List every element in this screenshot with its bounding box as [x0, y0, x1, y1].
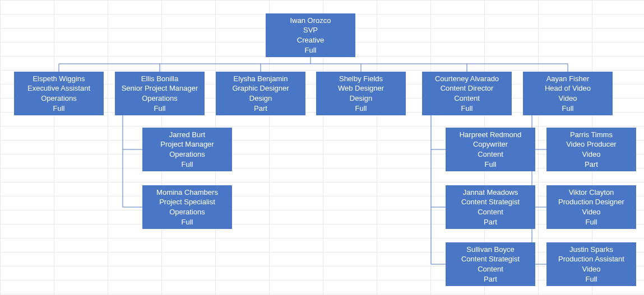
node-emp: Full — [586, 274, 597, 284]
node-name: Jarred Burt — [169, 130, 205, 140]
node-dept: Operations — [41, 93, 77, 104]
node-dept: Video — [582, 149, 600, 160]
node-dept: Video — [582, 207, 600, 217]
node-title: SVP — [303, 25, 318, 35]
node-dept: Design — [249, 93, 272, 104]
node-dept: Content — [478, 264, 503, 274]
node-title: Production Designer — [558, 197, 624, 207]
node-emp: Full — [182, 217, 193, 227]
org-node-ellis-bonilla[interactable]: Ellis Bonilla Senior Project Manager Ope… — [115, 72, 205, 115]
node-title: Content Strategist — [461, 197, 520, 207]
node-dept: Video — [558, 93, 577, 104]
node-emp: Part — [484, 274, 497, 284]
org-node-viktor-clayton[interactable]: Viktor Clayton Production Designer Video… — [546, 185, 636, 229]
node-dept: Creative — [297, 35, 324, 45]
node-dept: Content — [478, 207, 503, 217]
org-node-aayan-fisher[interactable]: Aayan Fisher Head of Video Video Full — [523, 72, 613, 115]
node-name: Shelby Fields — [339, 74, 383, 84]
node-dept: Operations — [169, 149, 205, 160]
org-node-root[interactable]: Iwan Orozco SVP Creative Full — [266, 13, 355, 57]
node-emp: Full — [485, 160, 497, 170]
node-name: Sullivan Boyce — [466, 245, 514, 255]
node-name: Courteney Alvarado — [435, 74, 499, 84]
node-title: Content Strategist — [461, 254, 520, 264]
node-title: Project Specialist — [159, 197, 215, 207]
org-node-elysha-benjamin[interactable]: Elysha Benjamin Graphic Designer Design … — [216, 72, 305, 115]
node-title: Head of Video — [545, 83, 591, 93]
node-emp: Part — [484, 217, 497, 227]
node-title: Executive Assistant — [27, 83, 90, 93]
node-title: Production Assistant — [558, 254, 624, 264]
node-name: Parris Timms — [570, 130, 613, 140]
org-node-elspeth-wiggins[interactable]: Elspeth Wiggins Executive Assistant Oper… — [14, 72, 104, 115]
node-name: Aayan Fisher — [546, 74, 590, 84]
org-node-courteney-alvarado[interactable]: Courteney Alvarado Content Director Cont… — [422, 72, 512, 115]
node-name: Viktor Clayton — [569, 188, 614, 198]
node-dept: Content — [478, 149, 503, 160]
node-name: Elspeth Wiggins — [33, 74, 85, 84]
org-node-sullivan-boyce[interactable]: Sullivan Boyce Content Strategist Conten… — [446, 242, 535, 286]
node-emp: Full — [355, 104, 367, 114]
node-title: Senior Project Manager — [122, 83, 198, 93]
node-emp: Full — [461, 104, 473, 114]
node-dept: Content — [454, 93, 480, 104]
node-name: Iwan Orozco — [290, 16, 331, 26]
node-emp: Full — [305, 45, 317, 55]
node-name: Harpreet Redmond — [460, 130, 522, 140]
node-title: Web Designer — [338, 83, 384, 93]
node-name: Ellis Bonilla — [141, 74, 178, 84]
node-emp: Part — [254, 104, 267, 114]
node-title: Video Producer — [566, 139, 616, 149]
node-emp: Full — [182, 160, 193, 170]
node-name: Elysha Benjamin — [234, 74, 288, 84]
org-node-parris-timms[interactable]: Parris Timms Video Producer Video Part — [546, 128, 636, 171]
node-title: Graphic Designer — [232, 83, 289, 93]
node-name: Justin Sparks — [569, 245, 613, 255]
node-dept: Operations — [142, 93, 178, 104]
org-node-harpreet-redmond[interactable]: Harpreet Redmond Copywriter Content Full — [446, 128, 535, 171]
node-title: Copywriter — [473, 139, 508, 149]
node-name: Momina Chambers — [156, 188, 218, 198]
node-dept: Operations — [169, 207, 205, 217]
org-node-momina-chambers[interactable]: Momina Chambers Project Specialist Opera… — [142, 185, 232, 229]
org-node-justin-sparks[interactable]: Justin Sparks Production Assistant Video… — [546, 242, 636, 286]
node-dept: Video — [582, 264, 600, 274]
node-name: Jannat Meadows — [463, 188, 518, 198]
node-emp: Part — [585, 160, 598, 170]
node-dept: Design — [350, 93, 372, 104]
node-title: Project Manager — [160, 139, 214, 149]
node-emp: Full — [154, 104, 166, 114]
node-emp: Full — [53, 104, 65, 114]
org-node-shelby-fields[interactable]: Shelby Fields Web Designer Design Full — [316, 72, 406, 115]
node-emp: Full — [562, 104, 574, 114]
node-title: Content Director — [441, 83, 494, 93]
org-node-jarred-burt[interactable]: Jarred Burt Project Manager Operations F… — [142, 128, 232, 171]
org-chart-sheet: Iwan Orozco SVP Creative Full Elspeth Wi… — [0, 0, 644, 295]
node-emp: Full — [586, 217, 597, 227]
org-node-jannat-meadows[interactable]: Jannat Meadows Content Strategist Conten… — [446, 185, 535, 229]
